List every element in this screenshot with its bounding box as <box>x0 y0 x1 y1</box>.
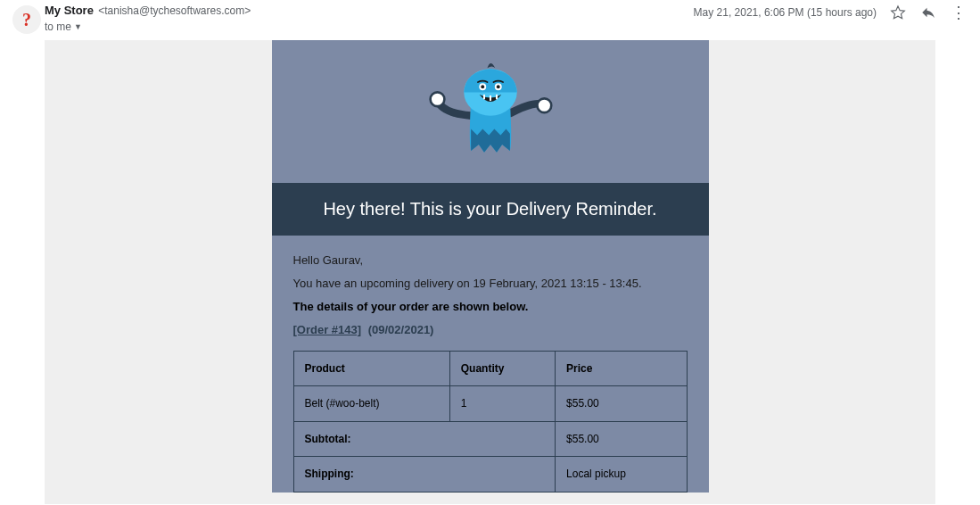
email-body-container: Hey there! This is your Delivery Reminde… <box>45 40 935 504</box>
table-header-row: Product Quantity Price <box>293 351 687 386</box>
greeting-text: Hello Gaurav, <box>293 252 688 269</box>
sender-avatar[interactable]: ? <box>12 5 41 34</box>
order-table: Product Quantity Price Belt (#woo-belt) … <box>293 351 688 493</box>
recipient-dropdown[interactable]: to me▼ <box>45 20 251 35</box>
svg-point-7 <box>496 85 499 88</box>
subtotal-value: $55.00 <box>556 421 687 457</box>
table-row-subtotal: Subtotal: $55.00 <box>293 421 687 457</box>
email-banner: Hey there! This is your Delivery Reminde… <box>272 183 709 236</box>
order-date: (09/02/2021) <box>368 323 434 336</box>
email-header: ? My Store <tanisha@tychesoftwares.com> … <box>0 0 980 40</box>
cell-price: $55.00 <box>556 386 687 422</box>
avatar-initial: ? <box>22 10 31 30</box>
reply-icon[interactable] <box>919 4 937 21</box>
cell-quantity: 1 <box>449 386 555 422</box>
col-quantity: Quantity <box>449 351 555 386</box>
subtotal-label: Subtotal: <box>293 421 556 457</box>
email-card: Hey there! This is your Delivery Reminde… <box>272 40 709 493</box>
schedule-text: You have an upcoming delivery on 19 Febr… <box>293 275 688 293</box>
svg-point-5 <box>481 85 484 88</box>
cell-product: Belt (#woo-belt) <box>293 386 449 422</box>
more-icon[interactable]: ⋮ <box>950 4 968 21</box>
details-intro: The details of your order are shown belo… <box>293 298 688 316</box>
shipping-value: Local pickup <box>556 457 687 493</box>
monster-logo-icon <box>428 57 553 167</box>
chevron-down-icon: ▼ <box>74 22 82 31</box>
order-link[interactable]: [Order #143] <box>293 323 362 336</box>
col-product: Product <box>293 351 449 386</box>
shipping-label: Shipping: <box>293 457 556 493</box>
table-row-shipping: Shipping: Local pickup <box>293 457 687 493</box>
email-logo-area <box>272 40 709 183</box>
svg-point-2 <box>537 98 551 112</box>
email-timestamp: May 21, 2021, 6:06 PM (15 hours ago) <box>694 6 877 19</box>
sender-email: <tanisha@tychesoftwares.com> <box>98 4 251 17</box>
col-price: Price <box>556 351 687 386</box>
svg-marker-0 <box>892 6 905 19</box>
table-row: Belt (#woo-belt) 1 $55.00 <box>293 386 687 422</box>
star-icon[interactable] <box>889 4 907 21</box>
recipient-label: to me <box>45 21 71 33</box>
email-content: Hello Gaurav, You have an upcoming deliv… <box>272 236 709 493</box>
banner-text: Hey there! This is your Delivery Reminde… <box>323 199 656 219</box>
sender-name: My Store <box>45 4 94 17</box>
svg-point-1 <box>430 92 444 106</box>
